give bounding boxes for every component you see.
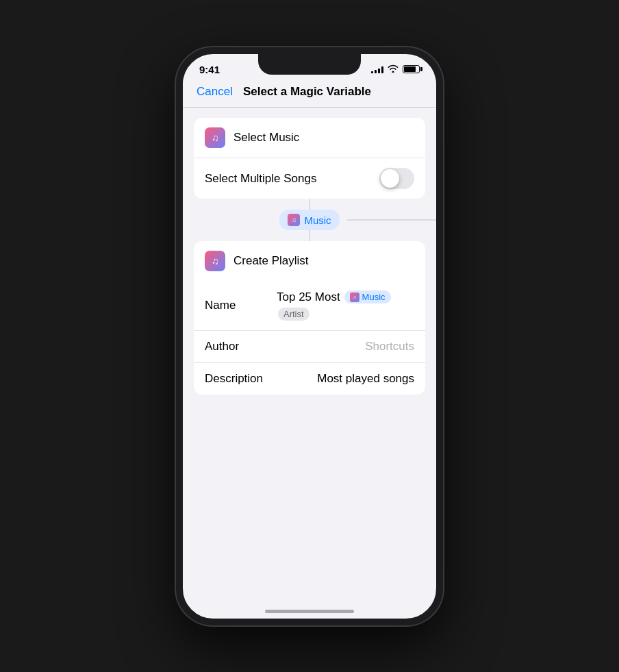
- magic-chip-music-note: ♫: [292, 216, 296, 223]
- description-field-value: Most played songs: [277, 372, 414, 386]
- home-indicator: [265, 610, 354, 613]
- card-section-1: ♫ Select Music Select Multiple Songs: [194, 118, 425, 199]
- music-icon: ♫: [205, 127, 225, 148]
- magic-variable-chip[interactable]: ♫ Music: [279, 210, 339, 230]
- name-static-text: Top 25 Most: [277, 290, 340, 304]
- signal-bars-icon: [371, 65, 383, 73]
- connector-line-bottom: [310, 230, 310, 241]
- toggle-thumb: [381, 169, 399, 188]
- toggle-switch[interactable]: [379, 168, 414, 189]
- create-playlist-label: Create Playlist: [233, 254, 414, 268]
- card-section-2: ♫ Create Playlist Name Top 25 Most ♫ Mus…: [194, 241, 425, 395]
- name-field-row[interactable]: Name Top 25 Most ♫ Music Artist: [194, 281, 425, 330]
- select-multiple-songs-label: Select Multiple Songs: [205, 172, 379, 186]
- author-field-label: Author: [205, 340, 277, 353]
- connector-line-top: [310, 199, 310, 210]
- name-music-chip[interactable]: ♫ Music: [344, 290, 391, 303]
- author-field-row[interactable]: Author Shortcuts: [194, 330, 425, 362]
- main-content: ♫ Select Music Select Multiple Songs: [183, 107, 436, 406]
- name-music-note-icon: ♫: [353, 295, 356, 299]
- notch: [258, 54, 361, 75]
- name-field-value: Top 25 Most ♫ Music Artist: [277, 290, 414, 321]
- create-playlist-music-note: ♫: [212, 256, 219, 266]
- create-playlist-row[interactable]: ♫ Create Playlist: [194, 241, 425, 281]
- nav-title: Select a Magic Variable: [243, 85, 371, 99]
- select-multiple-songs-row[interactable]: Select Multiple Songs: [194, 158, 425, 199]
- name-artist-tag-label: Artist: [283, 309, 304, 319]
- name-music-chip-label: Music: [362, 292, 386, 302]
- name-field-label: Name: [205, 299, 277, 312]
- author-field-placeholder: Shortcuts: [277, 340, 414, 353]
- create-playlist-icon: ♫: [205, 251, 225, 271]
- nav-bar: Cancel Select a Magic Variable: [183, 79, 436, 107]
- select-music-label: Select Music: [233, 131, 414, 145]
- phone-outer: 9:41 Cancel S: [176, 47, 443, 625]
- select-music-row[interactable]: ♫ Select Music: [194, 118, 425, 158]
- wifi-icon: [388, 64, 399, 75]
- name-music-chip-icon: ♫: [350, 293, 359, 302]
- magic-chip-icon: ♫: [288, 214, 300, 226]
- status-time: 9:41: [199, 64, 220, 75]
- connector-line-horizontal: [347, 220, 443, 221]
- magic-chip-label: Music: [304, 214, 331, 226]
- cancel-button[interactable]: Cancel: [197, 85, 233, 99]
- music-note-icon: ♫: [212, 132, 219, 143]
- description-field-row[interactable]: Description Most played songs: [194, 362, 425, 395]
- description-field-label: Description: [205, 372, 277, 386]
- battery-icon: [403, 65, 420, 73]
- status-icons: [371, 64, 420, 75]
- name-artist-tag[interactable]: Artist: [278, 308, 310, 321]
